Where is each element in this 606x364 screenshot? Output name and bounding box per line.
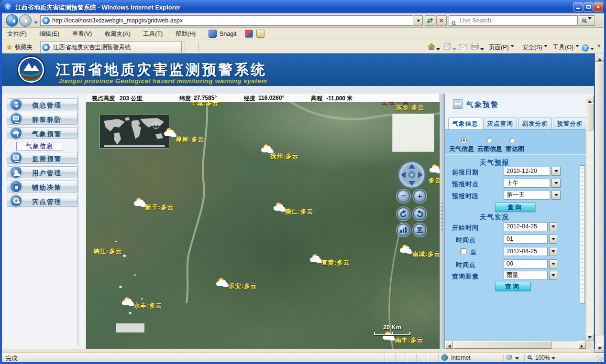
minimize-button[interactable] bbox=[573, 2, 583, 11]
feeds-icon[interactable] bbox=[444, 43, 451, 52]
zoom-in-button[interactable]: + bbox=[413, 190, 426, 203]
back-button[interactable] bbox=[6, 14, 18, 27]
page-command[interactable]: 页面(P) bbox=[489, 43, 514, 52]
menu-tools[interactable]: 工具(T) bbox=[138, 28, 168, 40]
query-element-dropdown-icon[interactable] bbox=[549, 271, 557, 280]
safety-command[interactable]: 安全(S) bbox=[522, 43, 548, 52]
hour-point-select-2[interactable]: 00 bbox=[504, 259, 548, 268]
radio-label-weather[interactable]: 天气信息 bbox=[449, 145, 474, 153]
rotate-left-button[interactable] bbox=[397, 207, 410, 220]
snagit-capture-icon[interactable] bbox=[245, 30, 253, 38]
snagit-editor-icon[interactable] bbox=[256, 30, 264, 38]
sidebar-item-user-management[interactable]: 用户管理 bbox=[7, 166, 77, 178]
home-icon[interactable] bbox=[428, 43, 435, 52]
weather-icon-lean[interactable] bbox=[216, 279, 230, 289]
start-time-dropdown-icon[interactable] bbox=[549, 222, 557, 231]
tab-weather-info[interactable]: 气象信息 bbox=[448, 118, 482, 129]
weather-icon-yongfeng[interactable] bbox=[122, 298, 135, 308]
marker-label-xiajiang[interactable]: 峡江:多云 bbox=[94, 247, 122, 256]
page-scroll-down-icon[interactable] bbox=[595, 344, 604, 353]
sidebar-splitter[interactable] bbox=[77, 96, 79, 346]
search-go-button[interactable] bbox=[579, 15, 595, 26]
forecast-time-select[interactable]: 上午 bbox=[504, 179, 550, 188]
hour-point-dropdown-icon-2[interactable] bbox=[549, 259, 557, 268]
menu-favorites[interactable]: 收藏夹(A) bbox=[99, 28, 136, 40]
sidebar-item-monitor-warning[interactable]: 监测预警 bbox=[7, 152, 77, 164]
forecast-period-select[interactable]: 第一天 bbox=[504, 191, 550, 200]
marker-label-fuzhou[interactable]: 抚州:多云 bbox=[270, 152, 298, 161]
marker-label-zhangshu[interactable]: 樟树:多云 bbox=[176, 136, 204, 144]
toolbar-close-icon[interactable]: x bbox=[192, 30, 196, 37]
weather-icon-nancheng[interactable] bbox=[400, 246, 413, 255]
radio-label-cloud[interactable]: 云图信息 bbox=[477, 145, 502, 153]
zoom-out-button[interactable]: − bbox=[397, 190, 410, 203]
tab-warning-analysis[interactable]: 预警分析 bbox=[553, 118, 587, 129]
refresh-button[interactable] bbox=[425, 15, 435, 26]
overview-map[interactable] bbox=[99, 115, 169, 149]
marker-label-yongfeng[interactable]: 永丰:多云 bbox=[134, 302, 162, 310]
marker-label-dongxiang[interactable]: 东乡:多云 bbox=[396, 104, 424, 112]
close-button[interactable]: × bbox=[594, 2, 603, 11]
sidebar-subitem-weather-info[interactable]: 气象信息 bbox=[16, 142, 63, 150]
weather-icon-right-edge[interactable] bbox=[430, 165, 440, 175]
zoom-level-cell[interactable]: 100% bbox=[524, 354, 558, 362]
radio-radar-image[interactable] bbox=[509, 138, 515, 143]
hour-point-select-1[interactable]: 01 bbox=[504, 235, 548, 244]
print-icon[interactable] bbox=[471, 43, 479, 52]
tab-hazard-query[interactable]: 灾点查询 bbox=[483, 118, 517, 129]
forecast-date-dropdown-icon[interactable] bbox=[551, 167, 561, 176]
radio-weather-info[interactable] bbox=[461, 138, 467, 143]
tools-command[interactable]: 工具(O) bbox=[553, 43, 579, 52]
favorites-button[interactable]: 收藏夹 bbox=[15, 43, 33, 52]
marker-label-lean[interactable]: 乐安:多云 bbox=[229, 282, 257, 290]
stop-button[interactable]: × bbox=[436, 15, 447, 26]
scroll-left-icon[interactable] bbox=[445, 341, 453, 349]
title-bar[interactable]: e 江西省地质灾害监测预警系统 - Windows Internet Explo… bbox=[0, 0, 606, 13]
page-tab[interactable]: e 江西省地质灾害监测预警系统 bbox=[40, 41, 182, 53]
sidebar-item-decision-support[interactable]: 辅助决策 bbox=[7, 181, 77, 193]
to-checkbox[interactable] bbox=[461, 248, 466, 254]
address-dropdown-button[interactable] bbox=[414, 15, 423, 26]
forecast-period-dropdown-icon[interactable] bbox=[551, 191, 561, 200]
panel-horizontal-scrollbar[interactable] bbox=[445, 341, 586, 349]
tilt-down-button[interactable] bbox=[413, 224, 426, 236]
marker-label-xingan[interactable]: 新干:多云 bbox=[145, 203, 174, 212]
page-vscroll-thumb[interactable] bbox=[595, 62, 604, 335]
rotate-right-button[interactable] bbox=[413, 207, 426, 220]
radio-label-radar[interactable]: 雷达图 bbox=[506, 145, 524, 153]
end-time-select[interactable]: 2012-04-25 bbox=[504, 247, 548, 256]
sidebar-item-mass-monitoring[interactable]: 群策群防 bbox=[7, 113, 77, 125]
sidebar-item-hazard-point-management[interactable]: 灾点管理 bbox=[7, 195, 77, 207]
end-time-dropdown-icon[interactable] bbox=[549, 247, 557, 256]
history-dropdown-icon[interactable] bbox=[34, 19, 38, 28]
maximize-button[interactable] bbox=[584, 2, 593, 11]
marker-label-right-edge[interactable]: 多云 bbox=[429, 177, 440, 185]
favorites-star-icon[interactable]: ★ bbox=[6, 43, 12, 51]
panel-splitter[interactable] bbox=[440, 94, 445, 349]
weather-icon-zhangshu[interactable] bbox=[164, 129, 177, 139]
read-mail-icon[interactable] bbox=[459, 43, 467, 52]
panel-hscroll-thumb[interactable] bbox=[453, 341, 551, 349]
tilt-up-button[interactable] bbox=[397, 224, 410, 236]
forward-button[interactable] bbox=[19, 14, 32, 27]
scroll-down-icon[interactable] bbox=[586, 333, 594, 341]
map-canvas[interactable]: 正在下载 丰城:多云 东乡:多云 樟树:多云 抚州:多云 新干:多云 崇仁:多云… bbox=[86, 102, 440, 349]
marker-label-nancheng[interactable]: 南城:多云 bbox=[412, 250, 440, 258]
forecast-query-button[interactable]: 查询 bbox=[495, 203, 535, 212]
start-time-select[interactable]: 2012-04-25 bbox=[504, 222, 548, 231]
menu-help[interactable]: 帮助(H) bbox=[170, 28, 201, 40]
pan-compass-control[interactable] bbox=[397, 161, 426, 189]
snagit-button[interactable]: Snagit bbox=[220, 31, 236, 37]
radio-cloud-image[interactable] bbox=[486, 138, 492, 143]
sidebar-item-weather-warning[interactable]: 气象预警 bbox=[7, 127, 77, 139]
tab-susceptibility-analysis[interactable]: 易发分析 bbox=[518, 118, 552, 129]
menu-view[interactable]: 查看(V) bbox=[67, 28, 98, 40]
page-vertical-scrollbar[interactable] bbox=[595, 54, 604, 353]
panel-vertical-scrollbar[interactable] bbox=[586, 96, 594, 341]
resize-grip-icon[interactable] bbox=[597, 355, 604, 362]
menu-edit[interactable]: 编辑(E) bbox=[34, 28, 65, 40]
protected-mode-cell[interactable] bbox=[503, 354, 522, 362]
forecast-date-select[interactable]: 2010-12-20 bbox=[504, 167, 550, 176]
hour-point-dropdown-icon-1[interactable] bbox=[549, 235, 557, 244]
marker-label-yihuang[interactable]: 宜黄:多云 bbox=[321, 259, 350, 267]
